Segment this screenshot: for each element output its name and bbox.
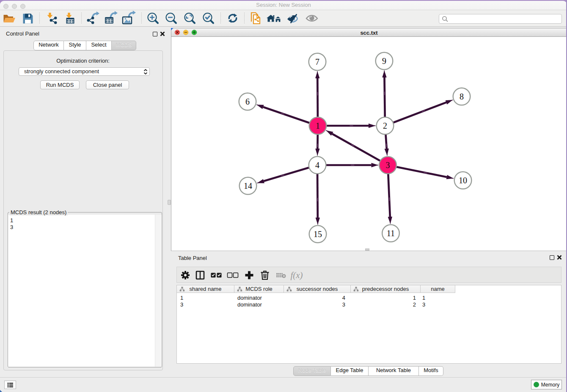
svg-text:9: 9 bbox=[382, 56, 386, 66]
svg-text:15: 15 bbox=[314, 229, 322, 239]
svg-text:11: 11 bbox=[387, 229, 395, 238]
svg-text:8: 8 bbox=[460, 92, 464, 101]
svg-text:2: 2 bbox=[383, 121, 387, 130]
svg-text:3: 3 bbox=[386, 160, 390, 170]
svg-text:1: 1 bbox=[316, 121, 320, 130]
svg-text:f(x): f(x) bbox=[290, 270, 303, 280]
svg-text:14: 14 bbox=[244, 181, 252, 190]
svg-text:4: 4 bbox=[315, 160, 319, 170]
svg-text:7: 7 bbox=[315, 57, 319, 66]
svg-text:6: 6 bbox=[245, 97, 250, 106]
svg-text:10: 10 bbox=[459, 176, 467, 185]
